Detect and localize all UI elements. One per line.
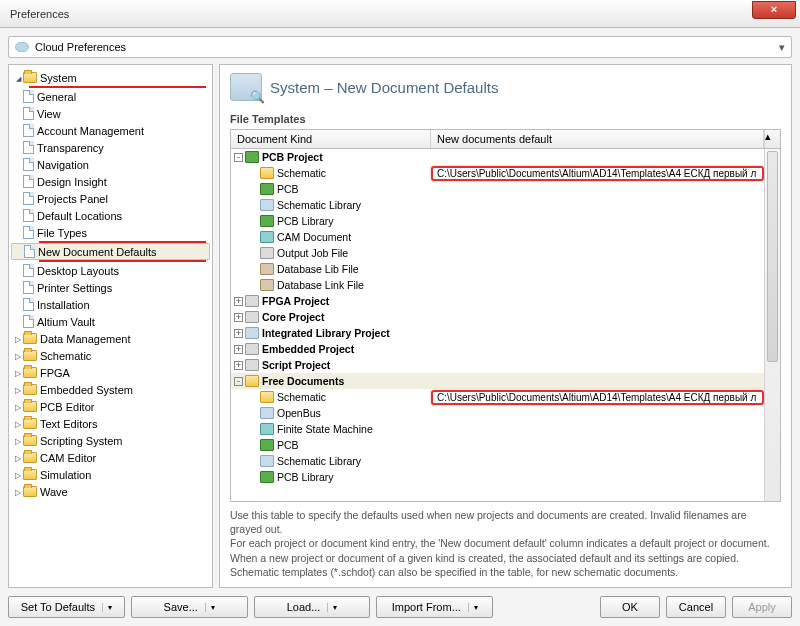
row-icon [245, 327, 259, 339]
tree-node-system[interactable]: System [9, 69, 212, 86]
panel-icon [230, 73, 262, 101]
preferences-tree[interactable]: SystemGeneralViewAccount ManagementTrans… [8, 64, 213, 588]
tree-label: Navigation [37, 159, 89, 171]
tree-node-embedded-system[interactable]: Embedded System [9, 381, 212, 398]
grid-row-finite-state-machine[interactable]: Finite State Machine [231, 421, 764, 437]
tree-item-desktop-layouts[interactable]: Desktop Layouts [9, 262, 212, 279]
tree-node-simulation[interactable]: Simulation [9, 466, 212, 483]
tree-item-projects-panel[interactable]: Projects Panel [9, 190, 212, 207]
tree-item-installation[interactable]: Installation [9, 296, 212, 313]
tree-item-design-insight[interactable]: Design Insight [9, 173, 212, 190]
grid-row-output-job-file[interactable]: Output Job File [231, 245, 764, 261]
grid-row-schematic[interactable]: SchematicC:\Users\Public\Documents\Altiu… [231, 165, 764, 181]
row-name: Database Lib File [277, 263, 359, 275]
tree-label: New Document Defaults [38, 246, 157, 258]
apply-button[interactable]: Apply [732, 596, 792, 618]
file-templates-grid[interactable]: Document Kind New documents default ▴ -P… [230, 129, 781, 502]
expand-icon[interactable]: + [234, 345, 243, 354]
row-name: Core Project [262, 311, 324, 323]
tree-item-printer-settings[interactable]: Printer Settings [9, 279, 212, 296]
tree-item-account-management[interactable]: Account Management [9, 122, 212, 139]
column-document-kind[interactable]: Document Kind [231, 130, 431, 148]
expand-icon[interactable]: + [234, 297, 243, 306]
tree-item-default-locations[interactable]: Default Locations [9, 207, 212, 224]
tree-item-view[interactable]: View [9, 105, 212, 122]
row-name: Embedded Project [262, 343, 354, 355]
grid-row-core-project[interactable]: +Core Project [231, 309, 764, 325]
grid-row-free-documents[interactable]: -Free Documents [231, 373, 764, 389]
tree-item-altium-vault[interactable]: Altium Vault [9, 313, 212, 330]
titlebar: Preferences × [0, 0, 800, 28]
tree-node-text-editors[interactable]: Text Editors [9, 415, 212, 432]
set-to-defaults-button[interactable]: Set To Defaults [8, 596, 125, 618]
row-name: Database Link File [277, 279, 364, 291]
expand-icon[interactable]: - [234, 153, 243, 162]
button-bar: Set To Defaults Save... Load... Import F… [8, 588, 792, 618]
row-icon [260, 423, 274, 435]
grid-row-pcb-project[interactable]: -PCB Project [231, 149, 764, 165]
cloud-preferences-bar[interactable]: Cloud Preferences ▾ [8, 36, 792, 58]
row-icon [245, 375, 259, 387]
grid-row-cam-document[interactable]: CAM Document [231, 229, 764, 245]
tree-item-general[interactable]: General [9, 88, 212, 105]
grid-row-fpga-project[interactable]: +FPGA Project [231, 293, 764, 309]
expand-icon[interactable]: - [234, 377, 243, 386]
tree-label: General [37, 91, 76, 103]
grid-row-embedded-project[interactable]: +Embedded Project [231, 341, 764, 357]
row-icon [260, 215, 274, 227]
tree-node-pcb-editor[interactable]: PCB Editor [9, 398, 212, 415]
grid-row-pcb[interactable]: PCB [231, 437, 764, 453]
row-name: PCB Library [277, 471, 334, 483]
tree-node-schematic[interactable]: Schematic [9, 347, 212, 364]
row-icon [245, 343, 259, 355]
grid-row-database-link-file[interactable]: Database Link File [231, 277, 764, 293]
tree-label: Schematic [40, 350, 91, 362]
vertical-scrollbar[interactable] [764, 149, 780, 501]
tree-item-navigation[interactable]: Navigation [9, 156, 212, 173]
grid-row-pcb[interactable]: PCB [231, 181, 764, 197]
close-button[interactable]: × [752, 1, 796, 19]
grid-row-schematic[interactable]: SchematicC:\Users\Public\Documents\Altiu… [231, 389, 764, 405]
expand-icon[interactable]: + [234, 313, 243, 322]
chevron-down-icon: ▾ [779, 41, 785, 54]
column-new-doc-default[interactable]: New documents default [431, 130, 764, 148]
tree-item-transparency[interactable]: Transparency [9, 139, 212, 156]
load-button[interactable]: Load... [254, 596, 371, 618]
row-icon [260, 407, 274, 419]
grid-row-pcb-library[interactable]: PCB Library [231, 213, 764, 229]
tree-node-fpga[interactable]: FPGA [9, 364, 212, 381]
row-name: PCB Project [262, 151, 323, 163]
import-from-button[interactable]: Import From... [376, 596, 493, 618]
tree-node-wave[interactable]: Wave [9, 483, 212, 500]
grid-row-schematic-library[interactable]: Schematic Library [231, 197, 764, 213]
grid-row-openbus[interactable]: OpenBus [231, 405, 764, 421]
tree-node-scripting-system[interactable]: Scripting System [9, 432, 212, 449]
row-name: Script Project [262, 359, 330, 371]
ok-button[interactable]: OK [600, 596, 660, 618]
scrollbar-up[interactable]: ▴ [764, 130, 780, 148]
grid-row-pcb-library[interactable]: PCB Library [231, 469, 764, 485]
expand-icon[interactable]: + [234, 329, 243, 338]
cloud-icon [15, 42, 29, 52]
tree-node-cam-editor[interactable]: CAM Editor [9, 449, 212, 466]
expand-icon[interactable]: + [234, 361, 243, 370]
row-default-path[interactable]: C:\Users\Public\Documents\Altium\AD14\Te… [431, 390, 764, 405]
row-icon [260, 247, 274, 259]
tree-node-data-management[interactable]: Data Management [9, 330, 212, 347]
row-icon [245, 151, 259, 163]
save-button[interactable]: Save... [131, 596, 248, 618]
tree-item-file-types[interactable]: File Types [9, 224, 212, 241]
tree-item-new-document-defaults[interactable]: New Document Defaults [11, 243, 210, 260]
row-name: PCB [277, 439, 299, 451]
cancel-button[interactable]: Cancel [666, 596, 726, 618]
row-name: Integrated Library Project [262, 327, 390, 339]
folder-icon [23, 350, 37, 361]
grid-row-database-lib-file[interactable]: Database Lib File [231, 261, 764, 277]
row-default-path[interactable]: C:\Users\Public\Documents\Altium\AD14\Te… [431, 166, 764, 181]
grid-row-script-project[interactable]: +Script Project [231, 357, 764, 373]
window-title: Preferences [10, 8, 69, 20]
page-icon [23, 298, 34, 311]
grid-row-schematic-library[interactable]: Schematic Library [231, 453, 764, 469]
grid-row-integrated-library-project[interactable]: +Integrated Library Project [231, 325, 764, 341]
folder-icon [23, 486, 37, 497]
